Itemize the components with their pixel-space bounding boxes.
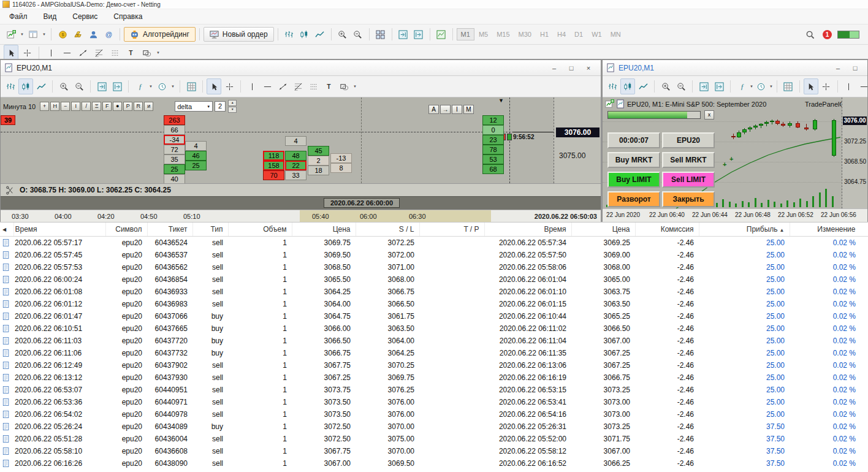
auto-scroll-button[interactable] (411, 26, 426, 42)
auto-scroll-button[interactable] (712, 78, 726, 94)
chart1-titlebar[interactable]: EPU20,M1 – □ × (1, 60, 601, 76)
zoom-out-button[interactable] (72, 78, 86, 94)
chart1-price-scale[interactable]: 3076.00 3075.00 (554, 97, 601, 183)
sell-limit-button[interactable]: Sell LIMIT (662, 172, 715, 188)
menu-item-Сервис[interactable]: Сервис (64, 10, 105, 23)
zoom-in-button[interactable] (56, 78, 71, 94)
mode-select[interactable]: delta ▼ (175, 101, 213, 112)
line-chart-button[interactable] (636, 78, 650, 94)
cluster-control-button[interactable]: P (123, 102, 132, 111)
timeframe-M30[interactable]: M30 (514, 28, 536, 40)
periods-button[interactable] (154, 78, 169, 94)
reverse-button[interactable]: Разворот (607, 191, 660, 207)
table-row[interactable]: 2020.06.22 06:13:12epu2060437930sell1306… (0, 371, 868, 384)
column-header-4[interactable]: Тип (192, 223, 228, 237)
close-button[interactable]: × (580, 62, 597, 74)
grid-button[interactable] (781, 78, 796, 94)
shift-end-button[interactable] (94, 78, 109, 94)
column-header-5[interactable]: Объем (228, 223, 292, 237)
vline-tool-button[interactable] (842, 78, 856, 94)
column-header-9[interactable]: Время (484, 223, 571, 237)
profiles-button[interactable] (26, 26, 40, 42)
minimize-button[interactable]: – (546, 62, 563, 74)
chart2-price-scale[interactable]: 3076.00 3072.253068.503064.75 (842, 97, 867, 208)
sell-market-button[interactable]: Sell MRKT (662, 152, 715, 168)
tile-windows-button[interactable] (373, 26, 388, 42)
table-row[interactable]: 2020.06.22 06:53:36epu2060440971sell1307… (0, 396, 868, 408)
depth-spinner[interactable]: 2 (215, 101, 226, 112)
column-header-2[interactable]: Символ (105, 223, 147, 237)
zoom-out-button[interactable] (351, 26, 365, 42)
table-row[interactable]: 2020.06.22 05:26:24epu2060434089buy13072… (0, 421, 868, 433)
text-tool-button[interactable]: T (321, 78, 336, 94)
menu-item-Справка[interactable]: Справка (105, 10, 150, 23)
table-row[interactable]: 2020.06.22 06:54:02epu2060440978sell1307… (0, 408, 868, 421)
navigator-button[interactable] (86, 26, 101, 42)
timeframe-H1[interactable]: H1 (536, 28, 553, 40)
cluster-control-button[interactable]: H (50, 102, 59, 111)
chart2-plot-area[interactable]: ++ EPU20, M1: E-Mini S&P 500: September … (603, 97, 867, 208)
column-header-8[interactable]: T / P (419, 223, 484, 237)
table-row[interactable]: 2020.06.22 06:01:12epu2060436983sell1306… (0, 298, 868, 310)
notification-badge[interactable]: 1 (823, 30, 832, 39)
cluster-control-button[interactable]: и (144, 102, 153, 111)
chart1-plot-area[interactable]: Минута 10 +H−I/ΞF●PRи delta ▼ 2 ▲ ▼ 39 A… (1, 97, 601, 183)
panel-close-button[interactable]: x (704, 110, 714, 120)
cluster-mode-button[interactable]: A (428, 105, 439, 114)
cursor-tool-button[interactable] (207, 78, 221, 94)
column-header-6[interactable]: Цена (292, 223, 356, 237)
objects-tool-button[interactable] (306, 78, 321, 94)
column-header-12[interactable]: Прибыль▲ (699, 223, 790, 237)
spinner-down-button[interactable]: ▼ (228, 107, 237, 113)
search-button[interactable] (802, 26, 817, 42)
spinner-up-button[interactable]: ▲ (228, 100, 237, 106)
table-row[interactable]: 2020.06.22 06:01:47epu2060437066buy13064… (0, 310, 868, 322)
column-header-1[interactable]: Время (13, 223, 105, 237)
candle-chart-button[interactable] (297, 26, 312, 42)
timeframe-D1[interactable]: D1 (570, 28, 587, 40)
chart1-scroll-strip[interactable]: 2020.06.22 06:00:00 (1, 196, 601, 210)
periods-button[interactable] (754, 78, 769, 94)
menu-item-Файл[interactable]: Файл (1, 10, 36, 23)
cursor-tool-button[interactable] (804, 78, 818, 94)
table-row[interactable]: 2020.06.22 06:16:26epu2060438090sell1306… (0, 457, 868, 470)
table-row[interactable]: 2020.06.22 06:10:51epu2060437665buy13066… (0, 322, 868, 335)
table-row[interactable]: 2020.06.22 06:00:24epu2060436854sell1306… (0, 273, 868, 286)
new-chart-button[interactable] (4, 26, 18, 42)
cluster-control-button[interactable]: F (102, 102, 112, 111)
maximize-button[interactable]: □ (847, 62, 864, 74)
column-collapse[interactable]: ◀ (0, 223, 13, 237)
table-row[interactable]: 2020.06.22 06:11:06epu2060437732buy13066… (0, 347, 868, 359)
zoom-out-button[interactable] (674, 78, 688, 94)
table-row[interactable]: 2020.06.22 06:11:03epu2060437720buy13066… (0, 335, 868, 347)
dropdown-arrow-icon[interactable]: ▼ (148, 79, 154, 94)
timeframe-M1[interactable]: M1 (457, 28, 474, 40)
timeframe-W1[interactable]: W1 (587, 28, 606, 40)
chart2-titlebar[interactable]: EPU20,M1 – □ (603, 60, 867, 76)
table-row[interactable]: 2020.06.22 05:58:10epu2060436608sell1306… (0, 445, 868, 457)
timeframe-M5[interactable]: M5 (474, 28, 492, 40)
cluster-control-button[interactable]: − (61, 102, 70, 111)
column-header-3[interactable]: Тикет (147, 223, 192, 237)
close-position-button[interactable]: Закрыть (662, 191, 715, 207)
shapes-tool-button[interactable] (337, 78, 351, 94)
bar-chart-button[interactable] (3, 78, 18, 94)
cluster-control-button[interactable]: R (134, 102, 143, 111)
hline-tool-button[interactable] (857, 78, 867, 94)
indicators-list-button[interactable]: f (734, 78, 749, 94)
line-chart-button[interactable] (34, 78, 48, 94)
timeframe-H4[interactable]: H4 (553, 28, 570, 40)
table-row[interactable]: 2020.06.22 05:57:45epu2060436537sell1306… (0, 249, 868, 261)
data-window-button[interactable] (70, 26, 85, 42)
timeframe-MN[interactable]: MN (606, 28, 625, 40)
bar-chart-button[interactable] (605, 78, 620, 94)
cluster-mode-button[interactable]: M (463, 105, 474, 114)
minimize-button[interactable]: – (829, 62, 847, 74)
buy-market-button[interactable]: Buy MRKT (607, 152, 660, 168)
dropdown-arrow-icon[interactable]: ▼ (352, 79, 358, 94)
terminal-button[interactable]: @ (101, 26, 116, 42)
hline-tool-button[interactable] (260, 78, 275, 94)
profiles-dropdown[interactable]: ▼ (41, 27, 47, 42)
fibonacci-tool-button[interactable] (291, 78, 305, 94)
table-row[interactable]: 2020.06.22 06:53:07epu2060440951sell1307… (0, 384, 868, 396)
